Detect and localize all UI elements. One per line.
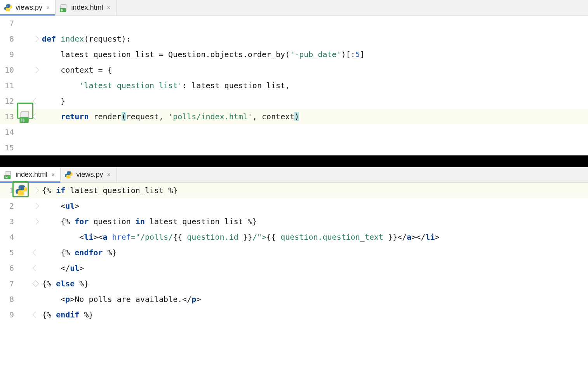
code-line[interactable]: 11 'latest_question_list': latest_questi… (0, 78, 588, 93)
code-line[interactable] (0, 322, 588, 354)
tab-label: views.py (16, 3, 42, 12)
fold-marker-icon[interactable] (33, 249, 39, 256)
line-number: 10 (0, 62, 18, 78)
fold-gutter[interactable] (18, 198, 40, 214)
fold-marker-icon[interactable] (33, 265, 39, 272)
line-number: 3 (0, 214, 18, 229)
fold-gutter[interactable] (18, 291, 40, 307)
tab-strip-top: views.py × index.html × (0, 0, 588, 16)
line-number: 7 (0, 276, 18, 291)
fold-gutter[interactable] (18, 78, 40, 93)
line-number: 13 (0, 109, 18, 124)
line-number: 9 (0, 307, 18, 322)
code-line-current[interactable]: 13 return render(request, 'polls/index.h… (0, 109, 588, 124)
code-line-current[interactable]: 1 {% if latest_question_list %} (0, 183, 588, 198)
fold-gutter[interactable] (18, 307, 40, 322)
line-number: 14 (0, 124, 18, 140)
line-number: 4 (0, 229, 18, 245)
tab-label: views.py (76, 171, 103, 179)
tab-strip-bottom: index.html × views.py × (0, 167, 588, 183)
code-line[interactable]: 9 {% endif %} (0, 307, 588, 322)
close-icon[interactable]: × (50, 171, 56, 178)
code-line[interactable]: 3 {% for question in latest_question_lis… (0, 214, 588, 229)
fold-gutter[interactable] (18, 183, 40, 198)
fold-marker-icon[interactable] (33, 218, 39, 225)
tab-label: index.html (71, 3, 103, 12)
code-line[interactable]: 10 context = { (0, 62, 588, 78)
tab-index-html[interactable]: index.html × (0, 167, 61, 182)
fold-marker-icon[interactable] (33, 312, 39, 318)
fold-gutter[interactable] (18, 31, 40, 47)
fold-marker-icon[interactable] (33, 281, 39, 287)
tab-views-py[interactable]: views.py × (61, 167, 116, 182)
related-file-badge[interactable] (19, 110, 32, 123)
line-number: 2 (0, 198, 18, 214)
line-number: 15 (0, 140, 18, 155)
code-line[interactable]: 5 {% endfor %} (0, 245, 588, 260)
line-number: 7 (0, 16, 18, 31)
close-icon[interactable]: × (106, 171, 111, 178)
tab-views-py[interactable]: views.py × (0, 0, 56, 15)
pane-splitter[interactable] (0, 155, 588, 167)
fold-gutter[interactable] (18, 229, 40, 245)
fold-gutter[interactable] (18, 245, 40, 260)
python-file-icon (64, 171, 73, 179)
fold-gutter[interactable] (18, 276, 40, 291)
line-number: 8 (0, 31, 18, 47)
html-file-icon (4, 171, 12, 179)
fold-gutter[interactable] (18, 62, 40, 78)
code-line[interactable]: 12 } (0, 93, 588, 109)
fold-gutter[interactable] (18, 140, 40, 155)
fold-marker-icon[interactable] (33, 98, 39, 105)
code-line[interactable]: 9 latest_question_list = Question.object… (0, 47, 588, 62)
code-line[interactable]: 6 </ul> (0, 260, 588, 276)
line-number: 6 (0, 260, 18, 276)
fold-gutter[interactable] (18, 260, 40, 276)
html-file-icon (59, 3, 68, 12)
code-line[interactable]: 14 (0, 124, 588, 140)
fold-gutter[interactable] (18, 109, 40, 124)
code-line[interactable]: 7 {% else %} (0, 276, 588, 291)
code-line[interactable]: 8 <p>No polls are available.</p> (0, 291, 588, 307)
python-file-icon (4, 3, 12, 12)
line-number: 5 (0, 245, 18, 260)
code-line[interactable]: 7 (0, 16, 588, 31)
close-icon[interactable]: × (45, 4, 50, 11)
fold-marker-icon[interactable] (33, 36, 39, 42)
close-icon[interactable]: × (106, 4, 111, 11)
fold-marker-icon[interactable] (33, 113, 39, 120)
fold-marker-icon[interactable] (33, 203, 39, 209)
fold-gutter[interactable] (18, 47, 40, 62)
code-line[interactable]: 8 def index(request): (0, 31, 588, 47)
fold-gutter[interactable] (18, 214, 40, 229)
fold-marker-icon[interactable] (33, 187, 39, 194)
code-line[interactable]: 4 <li><a href="/polls/{{ question.id }}/… (0, 229, 588, 245)
tab-index-html[interactable]: index.html × (56, 0, 116, 15)
code-line[interactable]: 15 (0, 140, 588, 155)
line-number: 11 (0, 78, 18, 93)
line-number: 9 (0, 47, 18, 62)
code-line[interactable]: 2 <ul> (0, 198, 588, 214)
editor-pane-bottom[interactable]: 1 {% if latest_question_list %} 2 <ul> 3… (0, 183, 588, 354)
fold-marker-icon[interactable] (33, 67, 39, 73)
tab-label: index.html (16, 171, 47, 179)
related-file-badge[interactable] (15, 184, 28, 197)
fold-gutter[interactable] (18, 124, 40, 140)
line-number: 8 (0, 291, 18, 307)
fold-gutter[interactable] (18, 93, 40, 109)
fold-gutter[interactable] (18, 16, 40, 31)
line-number: 12 (0, 93, 18, 109)
editor-pane-top[interactable]: 7 8 def index(request): 9 latest_questio… (0, 16, 588, 155)
